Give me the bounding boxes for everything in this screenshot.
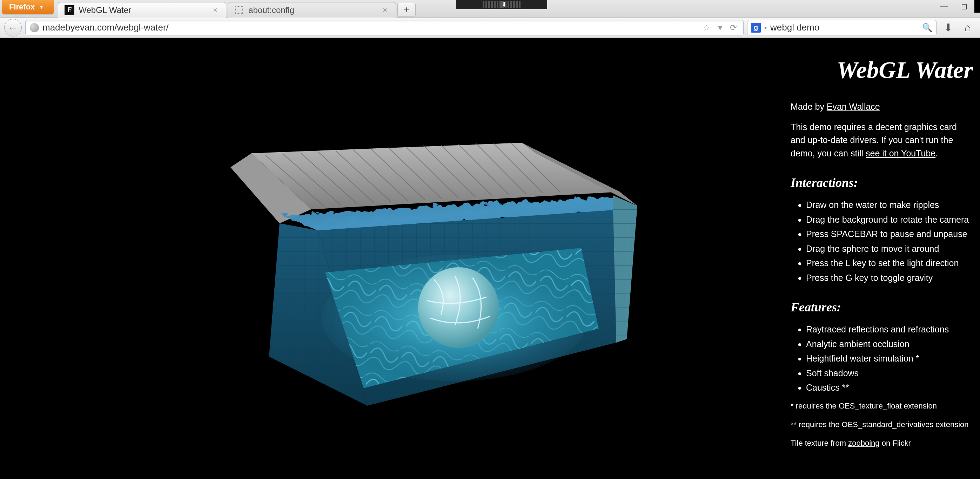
footnote-1: * requires the OES_texture_float extensi…: [791, 400, 973, 412]
tab-about-config[interactable]: about:config ×: [228, 2, 396, 18]
list-item: Caustics **: [806, 381, 973, 395]
home-button[interactable]: ⌂: [960, 20, 976, 36]
url-input[interactable]: [43, 22, 697, 33]
favicon-icon: E: [65, 5, 74, 15]
favicon-icon: [234, 5, 244, 15]
list-item: Raytraced reflections and refractions: [806, 323, 973, 336]
tabs-container: E WebGL Water × about:config × +: [58, 0, 416, 18]
engine-dropdown-icon[interactable]: ▾: [764, 25, 767, 30]
dropdown-icon[interactable]: ▾: [716, 23, 724, 33]
author-link[interactable]: Evan Wallace: [827, 102, 880, 111]
search-magnify-icon[interactable]: 🔍: [922, 23, 933, 33]
youtube-link[interactable]: see it on YouTube: [865, 148, 935, 158]
downloads-button[interactable]: ⬇: [940, 20, 956, 36]
list-item: Soft shadows: [806, 367, 973, 380]
list-item: Draw on the water to make ripples: [806, 199, 973, 212]
list-item: Analytic ambient occlusion: [806, 338, 973, 351]
interactions-heading: Interactions:: [791, 173, 973, 192]
list-item: Drag the background to rotate the camera: [806, 213, 973, 226]
requirements-text: This demo requires a decent graphics car…: [791, 121, 973, 160]
tab-title: about:config: [248, 5, 294, 15]
list-item: Press the G key to toggle gravity: [806, 271, 973, 285]
tab-strip-row: Firefox ▼ E WebGL Water × about:config ×…: [0, 0, 980, 18]
bookmark-star-icon[interactable]: ☆: [700, 23, 713, 33]
features-heading: Features:: [791, 298, 973, 317]
address-bar[interactable]: ☆ ▾ ⟳: [25, 20, 744, 35]
water-pool-render[interactable]: [150, 83, 641, 434]
dropdown-triangle-icon: ▼: [39, 4, 44, 10]
svg-point-28: [418, 267, 499, 348]
byline: Made by Evan Wallace: [791, 100, 973, 114]
reload-icon[interactable]: ⟳: [728, 23, 739, 33]
window-close-button[interactable]: [974, 0, 980, 13]
navigation-toolbar: ← ☆ ▾ ⟳ g ▾ 🔍 ⬇ ⌂: [0, 18, 980, 38]
info-panel: WebGL Water Made by Evan Wallace This de…: [791, 38, 980, 479]
tile-credit: Tile texture from zooboing on Flickr: [791, 437, 973, 449]
list-item: Heightfield water simulation *: [806, 352, 973, 365]
features-list: Raytraced reflections and refractions An…: [791, 323, 973, 395]
maximize-button[interactable]: ◻: [954, 0, 974, 13]
list-item: Drag the sphere to move it around: [806, 242, 973, 256]
tab-title: WebGL Water: [79, 5, 131, 15]
svg-marker-30: [613, 195, 637, 342]
webgl-canvas-area[interactable]: [0, 38, 791, 479]
tab-close-button[interactable]: ×: [211, 5, 220, 16]
tab-webgl-water[interactable]: E WebGL Water ×: [58, 2, 226, 18]
search-input[interactable]: [770, 22, 919, 33]
page-content: WebGL Water Made by Evan Wallace This de…: [0, 38, 980, 479]
list-item: Press SPACEBAR to pause and unpause: [806, 228, 973, 241]
window-controls: — ◻: [934, 0, 980, 13]
search-engine-icon[interactable]: g: [751, 23, 761, 33]
minimize-button[interactable]: —: [934, 0, 954, 13]
interactions-list: Draw on the water to make ripples Drag t…: [791, 199, 973, 284]
firefox-menu-button[interactable]: Firefox ▼: [2, 0, 54, 14]
tab-close-button[interactable]: ×: [380, 5, 389, 16]
credit-link[interactable]: zooboing: [848, 439, 879, 447]
globe-icon: [30, 23, 39, 32]
down-arrow-icon: ⬇: [500, 1, 504, 8]
search-bar[interactable]: g ▾ 🔍: [747, 20, 937, 35]
firefox-button-label: Firefox: [9, 2, 35, 11]
list-item: Press the L key to set the light directi…: [806, 257, 973, 270]
footnote-2: ** requires the OES_standard_derivatives…: [791, 419, 973, 430]
back-button[interactable]: ←: [4, 19, 22, 37]
on-screen-keyboard-snippet: ⬇: [456, 0, 547, 9]
new-tab-button[interactable]: +: [398, 3, 416, 17]
page-title: WebGL Water: [791, 52, 973, 88]
